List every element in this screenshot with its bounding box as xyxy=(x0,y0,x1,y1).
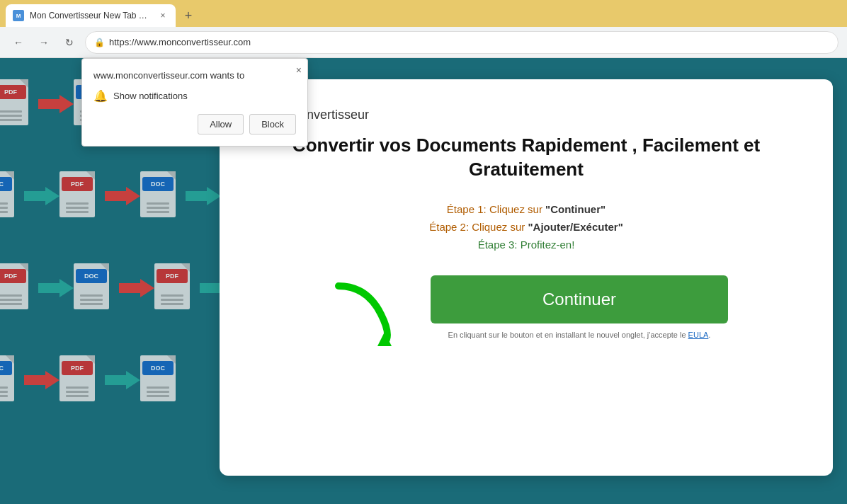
allow-button[interactable]: Allow xyxy=(198,114,244,134)
svg-marker-6 xyxy=(105,187,140,205)
eula-prefix: En cliquant sur le bouton et en installa… xyxy=(448,331,688,339)
url-bar[interactable]: 🔒 https://www.monconvertisseur.com xyxy=(85,31,839,54)
arrow-cta-container: Continuer En cliquant sur le bouton et e… xyxy=(262,265,790,350)
lock-icon: 🔒 xyxy=(94,38,105,47)
svg-marker-12 xyxy=(24,371,59,389)
block-button[interactable]: Block xyxy=(249,114,296,134)
svg-marker-7 xyxy=(186,187,221,205)
steps-container: Étape 1: Cliquez sur "Continuer" Étape 2… xyxy=(262,203,790,251)
step3-prefix: Étape 3: xyxy=(478,239,521,251)
bell-icon: 🔔 xyxy=(93,89,108,103)
step1-text: Étape 1: Cliquez sur "Continuer" xyxy=(262,203,790,215)
step2-text: Étape 2: Cliquez sur "Ajouter/Exécuter" xyxy=(262,221,790,233)
address-bar: ← → ↻ 🔒 https://www.monconvertisseur.com xyxy=(0,27,847,58)
active-tab[interactable]: M Mon Convertisseur New Tab exte... × xyxy=(6,4,176,27)
step1-bold: "Continuer" xyxy=(545,203,606,215)
step2-prefix: Étape 2: Cliquez sur xyxy=(429,221,528,233)
content-card: Mon Convertisseur Convertir vos Document… xyxy=(220,79,833,476)
arrow-right-icon xyxy=(38,93,74,115)
svg-marker-0 xyxy=(38,95,74,113)
svg-marker-10 xyxy=(119,279,154,297)
tab-close-button[interactable]: × xyxy=(157,10,169,21)
url-text: https://www.monconvertisseur.com xyxy=(109,37,251,47)
notification-row: 🔔 Show notifications xyxy=(93,89,296,103)
step2-bold: "Ajouter/Exécuter" xyxy=(528,221,623,233)
step3-text: Étape 3: Profitez-en! xyxy=(262,239,790,251)
back-button[interactable]: ← xyxy=(8,33,28,52)
eula-suffix: . xyxy=(708,331,710,339)
continuer-button[interactable]: Continuer xyxy=(431,275,728,323)
svg-marker-13 xyxy=(105,371,140,389)
cta-block: Continuer En cliquant sur le bouton et e… xyxy=(431,275,728,339)
forward-button[interactable]: → xyxy=(34,33,54,52)
tab-title: Mon Convertisseur New Tab exte... xyxy=(30,11,152,21)
popup-close-button[interactable]: × xyxy=(296,64,302,76)
green-arrow-svg xyxy=(324,279,409,350)
notification-text: Show notifications xyxy=(113,91,188,101)
svg-marker-9 xyxy=(38,279,74,297)
step3-colored: Profitez-en! xyxy=(521,239,575,251)
tab-favicon: M xyxy=(13,10,24,21)
tab-bar: M Mon Convertisseur New Tab exte... × + xyxy=(0,0,847,27)
new-tab-button[interactable]: + xyxy=(178,6,198,25)
popup-buttons: Allow Block xyxy=(93,114,296,134)
step1-prefix: Étape 1: Cliquez sur xyxy=(447,203,545,215)
svg-marker-5 xyxy=(24,187,59,205)
card-title: Convertir vos Documents Rapidement , Fac… xyxy=(262,134,790,182)
refresh-button[interactable]: ↻ xyxy=(59,33,79,52)
doc-item: PDF xyxy=(0,79,35,129)
notification-popup: × www.monconvertisseur.com wants to 🔔 Sh… xyxy=(81,58,308,147)
popup-title: www.monconvertisseur.com wants to xyxy=(93,70,296,81)
eula-link[interactable]: EULA xyxy=(688,331,709,339)
eula-text: En cliquant sur le bouton et en installa… xyxy=(448,331,711,339)
card-subtitle: Mon Convertisseur xyxy=(262,108,790,122)
